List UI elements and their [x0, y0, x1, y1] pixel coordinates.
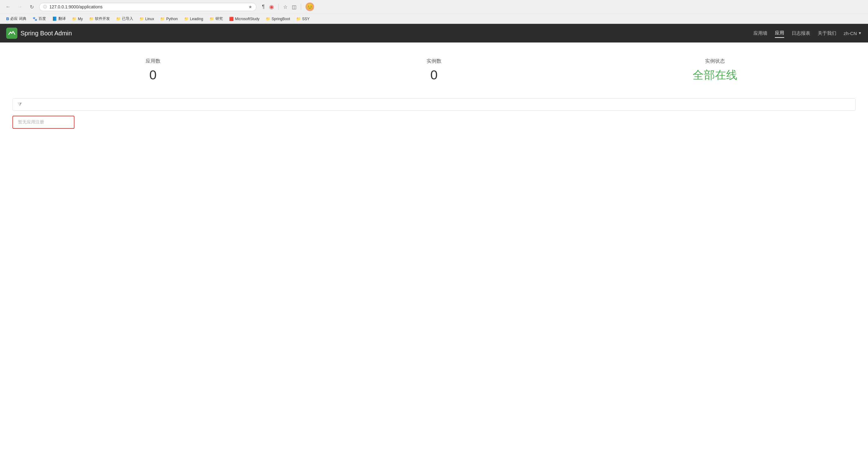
linux-folder-icon: 📁: [140, 17, 144, 21]
ruanjian-folder-icon: 📁: [89, 17, 94, 21]
microsoft-icon: 🟥: [229, 17, 234, 21]
no-apps-box: 暂无应用注册: [12, 116, 74, 129]
icon-divider2: [301, 4, 301, 10]
nav-apps[interactable]: 应用: [775, 29, 784, 38]
stats-row: 应用数 0 实例数 0 实例状态 全部在线: [12, 52, 856, 89]
app-count-stat: 应用数 0: [12, 52, 293, 89]
nav-about[interactable]: 关于我们: [818, 29, 836, 37]
instance-status-stat: 实例状态 全部在线: [575, 52, 856, 89]
yidaoru-folder-icon: 📁: [116, 17, 121, 21]
biyingcidian-icon: B: [6, 16, 9, 21]
bookmark-python[interactable]: 📁 Python: [158, 16, 180, 22]
instance-status-value: 全部在线: [692, 68, 737, 83]
instance-status-label: 实例状态: [705, 58, 725, 65]
springboot-label: SpringBoot: [272, 17, 290, 21]
lang-dropdown-icon: ▼: [858, 31, 862, 35]
bookmark-star-icon[interactable]: ☆: [283, 4, 287, 10]
linux-label: Linux: [145, 17, 154, 21]
yanjiu-folder-icon: 📁: [210, 17, 214, 21]
reader-mode-icon[interactable]: ¶: [262, 4, 265, 10]
python-label: Python: [166, 17, 178, 21]
nav-log-report[interactable]: 日志报表: [792, 29, 810, 37]
app-count-label: 应用数: [146, 58, 160, 65]
bookmark-ruanjiankaifa[interactable]: 📁 软件开发: [87, 15, 113, 22]
lang-text: zh-CN: [844, 31, 857, 36]
yidaoru-label: 已导入: [122, 16, 133, 22]
bookmarks-bar: B 必应 词典 🐾 百度 📘 翻译 📁 My 📁 软件开发 📁 已导入 📁 Li…: [0, 14, 868, 24]
user-avatar[interactable]: 😊: [306, 2, 314, 11]
app-logo-text: Spring Boot Admin: [21, 30, 72, 37]
springboot-folder-icon: 📁: [266, 17, 270, 21]
bookmark-biyingcidian[interactable]: B 必应 词典: [4, 15, 29, 22]
main-content: 应用数 0 实例数 0 实例状态 全部在线 ⧩ 暂无应用注册: [0, 42, 868, 138]
yanjiu-label: 研究: [215, 16, 223, 22]
microsoftstudy-label: MicrosoftStudy: [235, 17, 259, 21]
icon-divider: [278, 4, 279, 10]
bookmark-baidu[interactable]: 🐾 百度: [30, 15, 49, 22]
forward-button[interactable]: →: [16, 2, 24, 11]
instance-count-label: 实例数: [427, 58, 441, 65]
reload-button[interactable]: ↻: [27, 2, 36, 11]
back-button[interactable]: ←: [4, 2, 12, 11]
extensions-icon[interactable]: ◫: [292, 4, 297, 10]
baidu-icon: 🐾: [33, 17, 37, 21]
fanyi-icon: 📘: [52, 16, 57, 21]
security-icon: ⓘ: [43, 4, 47, 10]
bookmark-leading[interactable]: 📁 Leading: [182, 16, 206, 22]
no-apps-text: 暂无应用注册: [18, 120, 44, 124]
leading-folder-icon: 📁: [184, 17, 189, 21]
baidu-label: 百度: [38, 16, 46, 22]
address-bar[interactable]: ⓘ 127.0.0.1:9000/applications ★: [39, 3, 256, 11]
nav-lang[interactable]: zh-CN ▼: [844, 31, 862, 36]
ssy-folder-icon: 📁: [296, 17, 301, 21]
filter-section: ⧩: [12, 98, 856, 111]
app-logo: Spring Boot Admin: [6, 28, 753, 39]
leading-label: Leading: [190, 17, 203, 21]
my-folder-icon: 📁: [72, 17, 77, 21]
app-logo-icon: [6, 28, 18, 39]
browser-right-icons: ¶ ◉ ☆ ◫ 😊: [262, 2, 314, 11]
url-text: 127.0.0.1:9000/applications: [49, 4, 246, 9]
bookmark-springboot[interactable]: 📁 SpringBoot: [263, 16, 292, 22]
bookmark-ssy[interactable]: 📁 SSY: [294, 16, 312, 22]
python-folder-icon: 📁: [160, 17, 165, 21]
browser-toolbar: ← → ↻ ⓘ 127.0.0.1:9000/applications ★ ¶ …: [0, 0, 868, 14]
profile-icon[interactable]: ◉: [269, 3, 274, 10]
biyingcidian-label: 必应 词典: [10, 16, 26, 22]
ssy-label: SSY: [302, 17, 310, 21]
bookmark-my[interactable]: 📁 My: [69, 16, 85, 22]
browser-chrome: ← → ↻ ⓘ 127.0.0.1:9000/applications ★ ¶ …: [0, 0, 868, 24]
bookmark-fanyi[interactable]: 📘 翻译: [50, 15, 68, 22]
bookmark-linux[interactable]: 📁 Linux: [137, 16, 157, 22]
instance-count-stat: 实例数 0: [293, 52, 574, 89]
app-count-value: 0: [149, 68, 156, 82]
bookmark-microsoftstudy[interactable]: 🟥 MicrosoftStudy: [227, 16, 262, 22]
ruanjian-label: 软件开发: [95, 16, 110, 22]
my-label: My: [78, 17, 83, 21]
bookmark-yidaoru[interactable]: 📁 已导入: [114, 15, 136, 22]
fanyi-label: 翻译: [58, 16, 66, 22]
filter-icon: ⧩: [18, 102, 22, 107]
bookmark-yanjiu[interactable]: 📁 研究: [207, 15, 225, 22]
star-icon[interactable]: ★: [248, 4, 252, 9]
app-nav: 应用墙 应用 日志报表 关于我们 zh-CN ▼: [753, 29, 862, 38]
app-header: Spring Boot Admin 应用墙 应用 日志报表 关于我们 zh-CN…: [0, 24, 868, 42]
nav-wall[interactable]: 应用墙: [753, 29, 767, 37]
instance-count-value: 0: [430, 68, 437, 82]
